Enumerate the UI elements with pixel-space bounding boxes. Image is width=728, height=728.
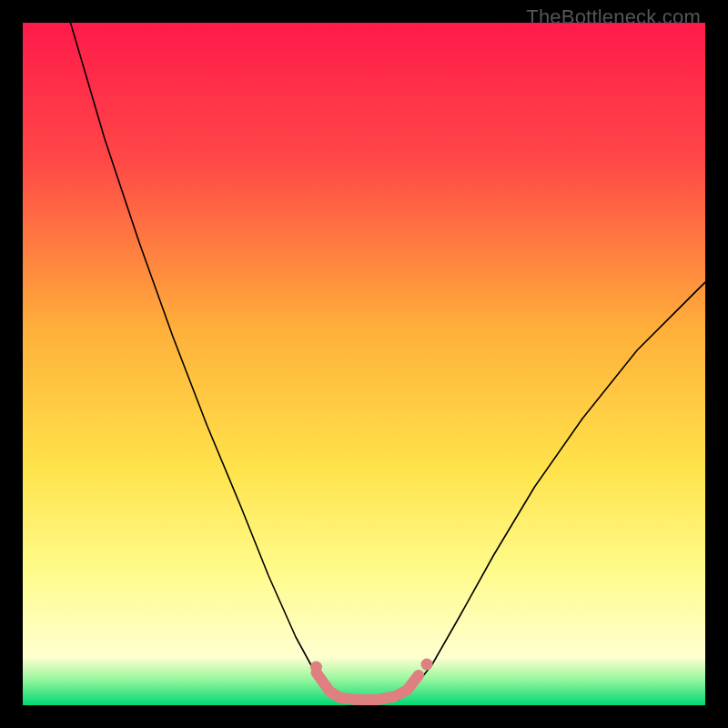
chart-svg <box>23 23 705 705</box>
chart-frame <box>23 23 705 705</box>
highlight-dot-left <box>310 662 322 673</box>
highlight-dot-right-end <box>410 677 418 685</box>
highlight-dot-right-gap <box>421 659 433 671</box>
watermark-label: TheBottleneck.com <box>526 5 701 29</box>
gradient-background <box>23 23 705 705</box>
